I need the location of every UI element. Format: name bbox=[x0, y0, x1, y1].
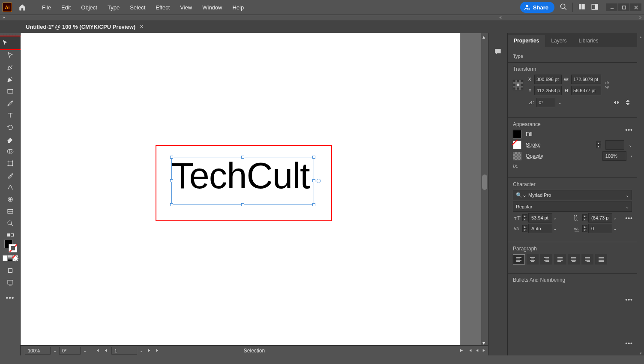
menu-edit[interactable]: Edit bbox=[56, 2, 76, 13]
w-input[interactable] bbox=[571, 75, 601, 84]
opacity-swatch[interactable] bbox=[513, 152, 521, 160]
eyedropper-tool[interactable] bbox=[3, 169, 17, 181]
appearance-more-icon[interactable]: ••• bbox=[625, 215, 633, 222]
next-artboard-button[interactable] bbox=[146, 348, 152, 354]
font-family-input[interactable] bbox=[528, 193, 626, 198]
status-back-icon[interactable] bbox=[467, 348, 473, 354]
font-family-picker[interactable]: 🔍⌄ ⌄ bbox=[513, 190, 632, 200]
rotate-dropdown-icon[interactable]: ⌄ bbox=[83, 348, 87, 353]
screen-mode[interactable] bbox=[3, 277, 17, 289]
shape-builder-tool[interactable] bbox=[3, 145, 17, 157]
panel-scroll-down-icon[interactable]: ▾ bbox=[640, 351, 642, 355]
menu-help[interactable]: Help bbox=[227, 2, 249, 13]
font-style-input[interactable] bbox=[516, 204, 626, 209]
vertical-scrollbar[interactable]: ▴ ▾ bbox=[481, 33, 488, 345]
minimize-button[interactable] bbox=[606, 3, 617, 11]
flip-vertical-button[interactable] bbox=[623, 98, 632, 107]
pen-tool[interactable] bbox=[3, 61, 17, 73]
curvature-tool[interactable] bbox=[3, 73, 17, 85]
font-family-dropdown-icon[interactable]: ⌄ bbox=[626, 193, 629, 198]
maximize-button[interactable] bbox=[618, 3, 629, 11]
rectangle-tool[interactable] bbox=[3, 85, 17, 97]
rotation-input[interactable] bbox=[536, 98, 555, 107]
justify-all-button[interactable] bbox=[595, 254, 607, 265]
eraser-tool[interactable] bbox=[3, 133, 17, 145]
vertical-scroll-thumb[interactable] bbox=[482, 174, 487, 190]
transform-more-icon[interactable]: ••• bbox=[625, 126, 633, 133]
selection-tool[interactable] bbox=[0, 36, 23, 49]
menu-object[interactable]: Object bbox=[76, 2, 102, 13]
justify-right-button[interactable] bbox=[581, 254, 593, 265]
paintbrush-tool[interactable] bbox=[3, 97, 17, 109]
menu-effect[interactable]: Effect bbox=[150, 2, 175, 13]
scroll-down-icon[interactable]: ▾ bbox=[482, 340, 487, 344]
tab-layers[interactable]: Layers bbox=[545, 35, 572, 47]
hscroll-left-icon[interactable] bbox=[474, 348, 480, 354]
expand-midpanel-chevron-icon[interactable]: « bbox=[499, 15, 502, 20]
text-out-port[interactable] bbox=[317, 179, 321, 183]
menu-file[interactable]: File bbox=[37, 2, 56, 13]
search-button[interactable] bbox=[560, 3, 567, 12]
paragraph-more-icon[interactable]: ••• bbox=[625, 340, 633, 347]
comments-panel-button[interactable] bbox=[494, 48, 502, 57]
panel-scroll-up-icon[interactable]: ▴ bbox=[640, 35, 642, 39]
justify-left-button[interactable] bbox=[554, 254, 566, 265]
fill-color-swatch[interactable] bbox=[513, 130, 521, 138]
reference-point-grid[interactable] bbox=[513, 80, 523, 90]
leading-input[interactable] bbox=[588, 213, 612, 223]
font-size-dropdown-icon[interactable]: ⌄ bbox=[553, 216, 557, 220]
leading-dropdown-icon[interactable]: ⌄ bbox=[613, 216, 617, 220]
prev-artboard-button[interactable] bbox=[103, 348, 109, 354]
first-artboard-button[interactable] bbox=[94, 348, 100, 354]
arrange-documents-button[interactable] bbox=[578, 3, 586, 12]
y-input[interactable] bbox=[534, 86, 562, 95]
direct-selection-tool[interactable] bbox=[3, 49, 17, 61]
menu-window[interactable]: Window bbox=[197, 2, 227, 13]
tab-properties[interactable]: Properties bbox=[508, 35, 545, 47]
swap-fill-stroke[interactable] bbox=[3, 232, 17, 238]
home-button[interactable] bbox=[16, 1, 28, 13]
workspace-switcher-button[interactable] bbox=[591, 3, 599, 12]
hand-tool[interactable] bbox=[3, 205, 17, 217]
zoom-dropdown-icon[interactable]: ⌄ bbox=[53, 348, 57, 353]
zoom-field[interactable]: 100% bbox=[25, 347, 51, 355]
stroke-color-swatch[interactable] bbox=[513, 141, 521, 149]
menu-select[interactable]: Select bbox=[125, 2, 150, 13]
character-more-icon[interactable]: ••• bbox=[625, 296, 633, 303]
type-tool[interactable] bbox=[3, 109, 17, 121]
rotation-dropdown-icon[interactable]: ⌄ bbox=[558, 100, 561, 105]
menu-type[interactable]: Type bbox=[102, 2, 125, 13]
font-style-picker[interactable]: ⌄ bbox=[513, 202, 632, 212]
opacity-dropdown-icon[interactable]: › bbox=[631, 154, 632, 159]
tracking-input[interactable] bbox=[588, 224, 612, 233]
artboard[interactable]: TechCult bbox=[21, 33, 460, 355]
expand-panel-chevron-icon[interactable]: » bbox=[639, 15, 641, 20]
status-play-icon[interactable] bbox=[458, 348, 464, 354]
artboard-number-field[interactable]: 1 bbox=[111, 347, 137, 355]
tracking-dropdown-icon[interactable]: ⌄ bbox=[613, 226, 617, 231]
scroll-up-icon[interactable]: ▴ bbox=[482, 34, 487, 38]
x-input[interactable] bbox=[534, 75, 562, 84]
stroke-weight-dropdown-icon[interactable]: ⌄ bbox=[629, 143, 632, 147]
font-size-spinner[interactable]: ▴▾ bbox=[522, 214, 527, 221]
align-right-button[interactable] bbox=[540, 254, 552, 265]
constrain-proportions-icon[interactable] bbox=[603, 80, 611, 90]
fill-stroke-indicator[interactable] bbox=[3, 240, 17, 253]
menu-view[interactable]: View bbox=[175, 2, 197, 13]
zoom-tool[interactable] bbox=[3, 217, 17, 229]
align-left-button[interactable] bbox=[513, 254, 525, 265]
tab-libraries[interactable]: Libraries bbox=[572, 35, 604, 47]
rotate-tool[interactable] bbox=[3, 121, 17, 133]
hscroll-right-icon[interactable] bbox=[480, 348, 486, 354]
h-input[interactable] bbox=[571, 86, 601, 95]
close-tab-icon[interactable]: × bbox=[140, 23, 143, 30]
edit-toolbar[interactable]: ••• bbox=[3, 292, 17, 304]
flip-horizontal-button[interactable] bbox=[612, 98, 621, 107]
gradient-tool[interactable] bbox=[3, 181, 17, 193]
leading-spinner[interactable]: ▴▾ bbox=[582, 214, 587, 221]
share-button[interactable]: Share bbox=[520, 2, 554, 13]
close-window-button[interactable] bbox=[630, 3, 641, 11]
tracking-spinner[interactable]: ▴▾ bbox=[582, 225, 587, 232]
artboard-tool[interactable] bbox=[3, 157, 17, 169]
canvas-scroll-area[interactable]: TechCult bbox=[21, 33, 481, 345]
